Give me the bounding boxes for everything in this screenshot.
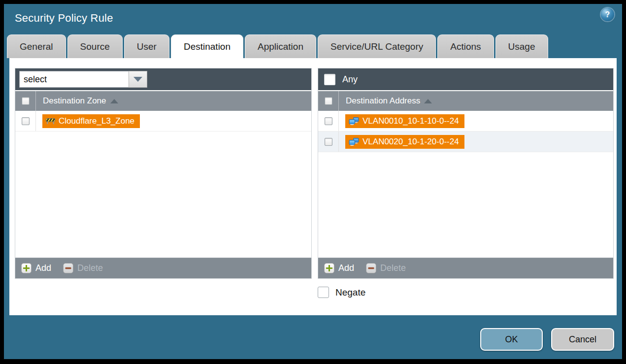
tab-application[interactable]: Application: [245, 34, 316, 58]
zone-panel-header: [15, 68, 311, 90]
address-chip-label: VLAN0020_10-1-20-0--24: [362, 137, 459, 147]
plus-icon: [324, 263, 334, 273]
tab-general[interactable]: General: [7, 34, 66, 58]
zone-panel-footer: Add Delete: [15, 258, 311, 278]
sort-ascending-icon: [424, 99, 432, 103]
tab-source[interactable]: Source: [67, 34, 123, 58]
address-column-title: Destination Address: [346, 96, 420, 106]
screen: Security Policy Rule ? General Source Us…: [0, 0, 626, 364]
add-zone-label: Add: [35, 263, 51, 273]
table-row[interactable]: VLAN0010_10-1-10-0--24: [318, 111, 613, 132]
ok-button[interactable]: OK: [480, 328, 543, 351]
destination-address-panel: Any Destination Address: [318, 68, 614, 279]
network-address-icon: [349, 117, 359, 125]
zone-filter-input[interactable]: [19, 71, 129, 88]
delete-zone-button[interactable]: Delete: [63, 263, 103, 273]
address-column-title-wrap[interactable]: Destination Address: [339, 96, 432, 106]
row-checkbox[interactable]: [325, 117, 332, 125]
address-panel-footer: Add Delete: [318, 258, 613, 278]
any-checkbox[interactable]: [324, 74, 335, 85]
chevron-down-icon: [133, 77, 142, 82]
address-chip-label: VLAN0010_10-1-10-0--24: [362, 116, 459, 126]
table-row[interactable]: VLAN0020_10-1-20-0--24: [318, 132, 613, 152]
sort-ascending-icon: [110, 99, 118, 103]
zone-chip[interactable]: Cloudflare_L3_Zone: [42, 114, 140, 128]
zone-icon: [46, 117, 55, 125]
address-panel-header: Any: [318, 68, 613, 90]
address-chip[interactable]: VLAN0020_10-1-20-0--24: [345, 135, 464, 149]
any-checkbox-wrap: Any: [322, 74, 358, 85]
page-title: Security Policy Rule: [15, 12, 113, 25]
zone-select-all-cell: [15, 91, 36, 111]
minus-icon: [63, 263, 73, 273]
address-column-header: Destination Address: [318, 90, 613, 111]
tab-user[interactable]: User: [124, 34, 169, 58]
destination-zone-panel: Destination Zone: [15, 68, 312, 279]
table-row[interactable]: Cloudflare_L3_Zone: [15, 111, 311, 132]
zone-column-title-wrap[interactable]: Destination Zone: [36, 96, 118, 106]
zone-filter-combobox: [19, 71, 147, 88]
zone-select-all-checkbox[interactable]: [22, 97, 30, 105]
add-address-button[interactable]: Add: [324, 263, 354, 273]
zone-column-header: Destination Zone: [15, 90, 311, 111]
zone-chip-label: Cloudflare_L3_Zone: [59, 116, 134, 126]
delete-address-label: Delete: [380, 263, 406, 273]
tab-bar: General Source User Destination Applicat…: [7, 34, 619, 58]
row-checkbox-cell: [318, 132, 339, 152]
tab-usage[interactable]: Usage: [495, 34, 548, 58]
zone-filter-dropdown-button[interactable]: [129, 71, 147, 88]
negate-checkbox[interactable]: [318, 287, 329, 298]
any-label: Any: [342, 74, 358, 85]
negate-label: Negate: [335, 287, 365, 298]
address-select-all-cell: [318, 91, 339, 111]
add-address-label: Add: [338, 263, 354, 273]
row-checkbox[interactable]: [325, 138, 332, 146]
delete-zone-label: Delete: [77, 263, 103, 273]
add-zone-button[interactable]: Add: [21, 263, 51, 273]
titlebar: Security Policy Rule ?: [4, 4, 622, 34]
security-policy-rule-dialog: Security Policy Rule ? General Source Us…: [4, 4, 622, 359]
network-address-icon: [349, 138, 359, 146]
tab-destination[interactable]: Destination: [171, 34, 243, 58]
row-checkbox[interactable]: [22, 117, 30, 125]
negate-row: Negate: [318, 287, 365, 298]
tab-service-url-category[interactable]: Service/URL Category: [318, 34, 436, 58]
minus-icon: [366, 263, 376, 273]
address-select-all-checkbox[interactable]: [325, 97, 332, 105]
tab-actions[interactable]: Actions: [437, 34, 494, 58]
address-chip[interactable]: VLAN0010_10-1-10-0--24: [345, 114, 464, 128]
delete-address-button[interactable]: Delete: [366, 263, 406, 273]
help-icon[interactable]: ?: [601, 8, 614, 21]
plus-icon: [21, 263, 32, 273]
row-checkbox-cell: [15, 111, 36, 131]
address-list: VLAN0010_10-1-10-0--24: [318, 111, 613, 258]
cancel-button[interactable]: Cancel: [551, 328, 614, 351]
tab-content-destination: Destination Zone: [9, 58, 617, 315]
zone-list: Cloudflare_L3_Zone: [15, 111, 311, 258]
row-checkbox-cell: [318, 111, 339, 131]
zone-column-title: Destination Zone: [43, 96, 106, 106]
